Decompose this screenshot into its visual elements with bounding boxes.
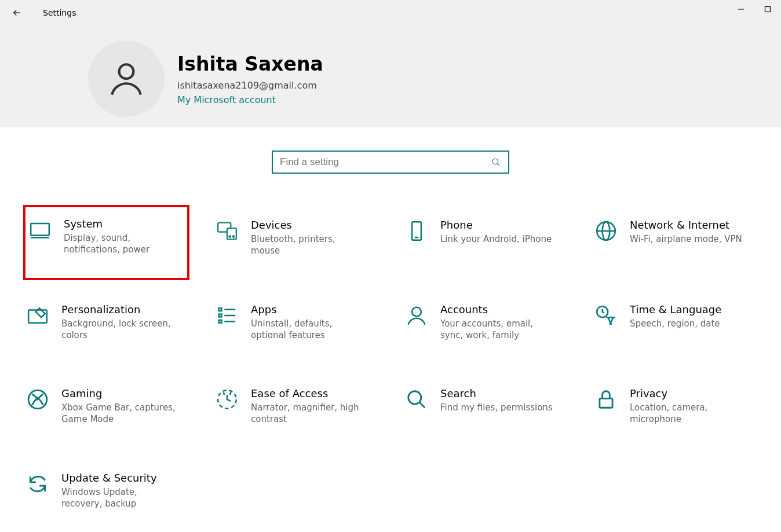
- svg-point-9: [229, 236, 231, 237]
- tile-personalization[interactable]: Personalization Background, lock screen,…: [23, 300, 189, 345]
- svg-point-27: [408, 391, 421, 404]
- search-row: [0, 151, 781, 174]
- tile-desc: Uninstall, defaults, optional features: [251, 318, 367, 342]
- display-icon: [28, 218, 52, 242]
- tile-privacy[interactable]: Privacy Location, camera, microphone: [592, 384, 758, 429]
- account-text: Ishita Saxena ishitasaxena2109@gmail.com…: [177, 53, 323, 105]
- tile-phone[interactable]: Phone Link your Android, iPhone: [402, 215, 568, 261]
- tile-update[interactable]: Update & Security Windows Update, recove…: [23, 468, 189, 513]
- tile-network[interactable]: Network & Internet Wi-Fi, airplane mode,…: [592, 215, 758, 261]
- maximize-button[interactable]: [754, 0, 781, 19]
- svg-rect-5: [31, 223, 49, 236]
- tile-search[interactable]: Search Find my files, permissions: [402, 384, 568, 429]
- tile-title: Ease of Access: [251, 387, 367, 399]
- tile-title: System: [64, 218, 180, 230]
- tile-ease[interactable]: Ease of Access Narrator, magnifier, high…: [213, 384, 379, 429]
- apps-icon: [215, 303, 239, 328]
- devices-icon: [215, 219, 239, 243]
- tile-title: Devices: [251, 219, 367, 231]
- tile-gaming[interactable]: Gaming Xbox Game Bar, captures, Game Mod…: [23, 384, 189, 429]
- account-section: Ishita Saxena ishitasaxena2109@gmail.com…: [0, 25, 781, 117]
- arrow-left-icon: [12, 8, 22, 18]
- minimize-button[interactable]: [728, 0, 754, 19]
- globe-icon: [594, 219, 618, 243]
- svg-point-10: [233, 236, 235, 237]
- svg-line-4: [497, 163, 499, 166]
- settings-grid: System Display, sound, notifications, po…: [0, 215, 781, 513]
- svg-rect-1: [765, 7, 771, 12]
- time-language-icon: [594, 303, 618, 328]
- svg-point-2: [119, 64, 134, 79]
- user-icon: [107, 58, 145, 99]
- svg-rect-19: [219, 320, 222, 322]
- tile-desc: Narrator, magnifier, high contrast: [251, 402, 367, 425]
- body: System Display, sound, notifications, po…: [0, 127, 781, 513]
- tile-apps[interactable]: Apps Uninstall, defaults, optional featu…: [213, 300, 379, 345]
- tile-title: Time & Language: [630, 303, 721, 315]
- tile-title: Network & Internet: [630, 219, 742, 231]
- tile-desc: Bluetooth, printers, mouse: [251, 233, 367, 257]
- svg-rect-8: [227, 228, 236, 239]
- tile-accounts[interactable]: Accounts Your accounts, email, sync, wor…: [402, 300, 568, 345]
- ease-of-access-icon: [215, 387, 239, 412]
- microsoft-account-link[interactable]: My Microsoft account: [177, 94, 323, 105]
- tile-title: Search: [440, 387, 553, 399]
- update-icon: [25, 472, 50, 496]
- tile-title: Apps: [251, 303, 367, 315]
- search-input[interactable]: [280, 156, 491, 168]
- tile-desc: Display, sound, notifications, power: [64, 232, 180, 256]
- magnifier-icon: [404, 387, 429, 412]
- maximize-icon: [764, 6, 771, 13]
- title-bar: Settings: [0, 0, 781, 25]
- svg-rect-29: [600, 398, 612, 408]
- account-email: ishitasaxena2109@gmail.com: [177, 80, 323, 91]
- tile-devices[interactable]: Devices Bluetooth, printers, mouse: [213, 215, 379, 261]
- tile-title: Gaming: [61, 387, 177, 399]
- tile-desc: Your accounts, email, sync, work, family: [440, 318, 556, 342]
- tile-title: Update & Security: [61, 472, 177, 484]
- account-name: Ishita Saxena: [177, 53, 323, 75]
- search-icon[interactable]: [491, 157, 501, 167]
- lock-icon: [594, 387, 618, 412]
- tile-system[interactable]: System Display, sound, notifications, po…: [23, 205, 189, 280]
- tile-desc: Background, lock screen, colors: [61, 318, 177, 342]
- svg-rect-18: [219, 314, 222, 317]
- tile-desc: Xbox Game Bar, captures, Game Mode: [61, 402, 177, 425]
- tile-desc: Wi-Fi, airplane mode, VPN: [630, 233, 742, 245]
- search-box[interactable]: [272, 151, 509, 174]
- back-button[interactable]: [5, 1, 29, 25]
- tile-title: Personalization: [61, 303, 177, 315]
- svg-rect-17: [219, 308, 222, 311]
- tile-desc: Location, camera, microphone: [630, 402, 746, 425]
- svg-line-28: [419, 402, 425, 408]
- header: Settings Ishita Saxena ishitasaxena2109@…: [0, 0, 781, 127]
- tile-desc: Speech, region, date: [630, 318, 721, 329]
- tile-desc: Link your Android, iPhone: [440, 233, 552, 245]
- xbox-icon: [25, 387, 50, 412]
- svg-point-3: [492, 159, 498, 164]
- avatar[interactable]: [88, 41, 165, 117]
- minimize-icon: [738, 6, 744, 13]
- phone-icon: [404, 219, 429, 243]
- tile-desc: Windows Update, recovery, backup: [61, 486, 177, 510]
- tile-title: Privacy: [630, 387, 746, 399]
- window-title: Settings: [43, 8, 76, 17]
- tile-desc: Find my files, permissions: [440, 402, 553, 413]
- svg-point-23: [412, 307, 421, 316]
- tile-title: Phone: [440, 219, 552, 231]
- window-controls: [728, 0, 781, 19]
- tile-time[interactable]: Time & Language Speech, region, date: [592, 300, 758, 345]
- paint-icon: [25, 303, 50, 328]
- person-icon: [404, 303, 429, 328]
- tile-title: Accounts: [440, 303, 556, 315]
